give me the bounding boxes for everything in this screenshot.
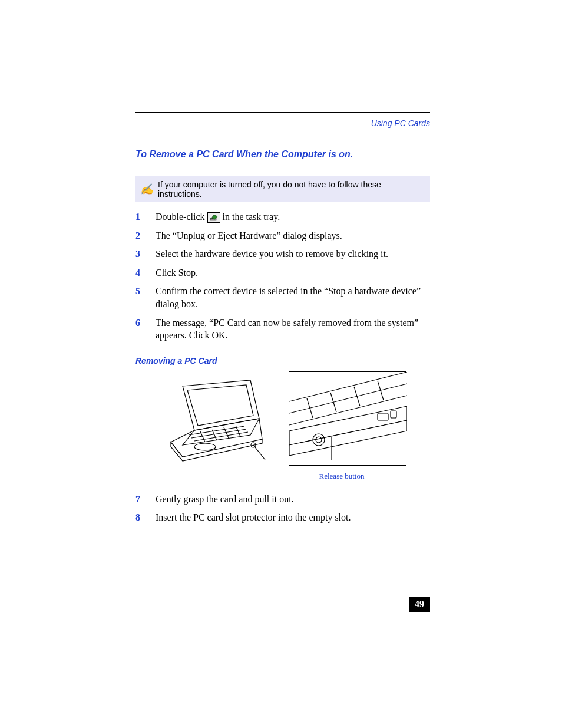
footer-rule [135,605,430,605]
step-number: 6 [135,317,144,342]
step-text: Double-click in the task tray. [156,210,430,223]
top-rule [135,112,430,113]
step-text: Click Stop. [156,266,430,279]
note-text: If your computer is turned off, you do n… [158,180,425,199]
step-number: 7 [135,493,144,506]
svg-line-13 [354,387,360,406]
step-text: Confirm the correct device is selected i… [156,285,430,310]
step-text: Select the hardware device you wish to r… [156,248,430,261]
step-number: 3 [135,248,144,261]
steps-list-2: 7 Gently grasp the card and pull it out.… [135,493,430,524]
step-text-post: in the task tray. [223,212,280,222]
step-number: 8 [135,511,144,524]
step-item: 4 Click Stop. [135,266,430,279]
step-number: 2 [135,229,144,242]
step-text: The message, “PC Card can now be safely … [156,317,430,342]
svg-line-10 [253,445,265,460]
detail-illustration [289,371,406,466]
step-text: Insert the PC card slot protector into t… [156,511,430,524]
step-item: 8 Insert the PC card slot protector into… [135,511,430,524]
step-number: 1 [135,210,144,223]
svg-line-14 [378,381,384,400]
step-text: Gently grasp the card and pull it out. [156,493,430,506]
step-number: 4 [135,266,144,279]
note-pencil-icon: ✍ [140,183,153,196]
steps-list-1: 1 Double-click in the task tray. 2 The “… [135,210,430,342]
step-item: 6 The message, “PC Card can now be safel… [135,317,430,342]
note-box: ✍ If your computer is turned off, you do… [135,176,430,202]
laptop-illustration [159,371,277,468]
page-title: To Remove a PC Card When the Computer is… [135,149,430,160]
step-item: 5 Confirm the correct device is selected… [135,285,430,310]
svg-point-1 [194,443,216,450]
step-item: 2 The “Unplug or Eject Hardware” dialog … [135,229,430,242]
step-item: 1 Double-click in the task tray. [135,210,430,223]
step-item: 7 Gently grasp the card and pull it out. [135,493,430,506]
page-content: Using PC Cards To Remove a PC Card When … [135,112,430,530]
svg-line-11 [307,398,313,418]
svg-line-6 [212,430,217,440]
figure-caption: Release button [253,472,430,481]
step-text: The “Unplug or Eject Hardware” dialog di… [156,229,430,242]
svg-line-12 [330,393,336,412]
page-number: 49 [409,597,430,612]
step-text-pre: Double-click [156,212,207,222]
figure-heading: Removing a PC Card [135,356,430,365]
figure [135,371,430,468]
step-item: 3 Select the hardware device you wish to… [135,248,430,261]
step-number: 5 [135,285,144,310]
section-header: Using PC Cards [135,118,430,128]
eject-hardware-icon [207,212,220,223]
